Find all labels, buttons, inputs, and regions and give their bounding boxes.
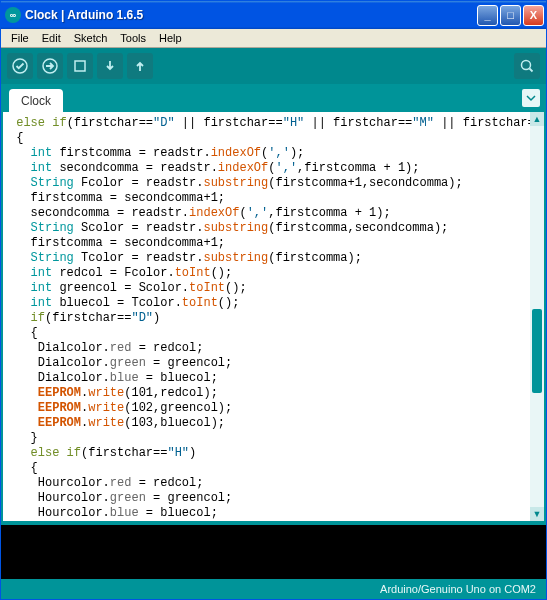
window-title: Clock | Arduino 1.6.5	[25, 8, 477, 22]
menu-tools[interactable]: Tools	[114, 30, 152, 46]
scroll-thumb[interactable]	[532, 309, 542, 393]
toolbar	[1, 48, 546, 84]
svg-rect-2	[75, 61, 85, 71]
editor-area: else if(firstchar=="D" || firstchar=="H"…	[1, 112, 546, 523]
menu-help[interactable]: Help	[153, 30, 188, 46]
serial-monitor-button[interactable]	[514, 53, 540, 79]
maximize-button[interactable]: □	[500, 5, 521, 26]
vertical-scrollbar[interactable]: ▲ ▼	[530, 112, 544, 521]
titlebar[interactable]: ∞ Clock | Arduino 1.6.5 _ □ X	[1, 1, 546, 29]
verify-button[interactable]	[7, 53, 33, 79]
console-panel	[1, 523, 546, 579]
scroll-up-button[interactable]: ▲	[530, 112, 544, 126]
menu-file[interactable]: File	[5, 30, 35, 46]
minimize-button[interactable]: _	[477, 5, 498, 26]
upload-button[interactable]	[37, 53, 63, 79]
tab-clock[interactable]: Clock	[9, 89, 63, 112]
menubar: File Edit Sketch Tools Help	[1, 29, 546, 48]
save-button[interactable]	[127, 53, 153, 79]
statusbar: Arduino/Genuino Uno on COM2	[1, 579, 546, 599]
open-button[interactable]	[97, 53, 123, 79]
menu-edit[interactable]: Edit	[36, 30, 67, 46]
tabs-row: Clock	[1, 84, 546, 112]
scroll-track[interactable]	[530, 126, 544, 507]
window-controls: _ □ X	[477, 5, 544, 26]
new-button[interactable]	[67, 53, 93, 79]
arduino-icon: ∞	[5, 7, 21, 23]
svg-point-3	[522, 61, 531, 70]
app-window: ∞ Clock | Arduino 1.6.5 _ □ X File Edit …	[0, 0, 547, 600]
menu-sketch[interactable]: Sketch	[68, 30, 114, 46]
code-editor[interactable]: else if(firstchar=="D" || firstchar=="H"…	[3, 112, 530, 521]
close-button[interactable]: X	[523, 5, 544, 26]
scroll-down-button[interactable]: ▼	[530, 507, 544, 521]
tab-menu-button[interactable]	[522, 89, 540, 107]
board-info: Arduino/Genuino Uno on COM2	[380, 583, 536, 595]
